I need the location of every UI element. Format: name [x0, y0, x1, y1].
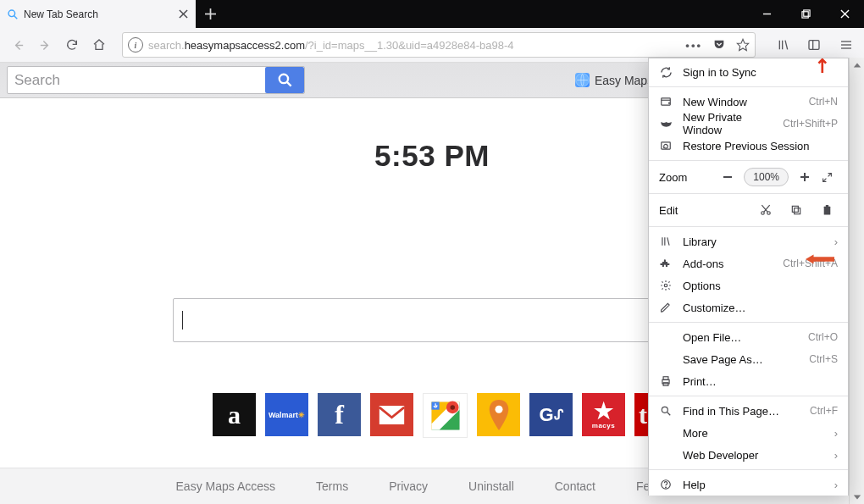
cut-button[interactable] — [755, 200, 777, 220]
svg-point-59 — [664, 284, 667, 287]
scroll-up-icon[interactable] — [850, 58, 864, 72]
shortcut-tiles: a Walmart✳ f Gᔑ ★macys t — [213, 393, 651, 438]
gear-icon — [659, 279, 673, 292]
footer-link[interactable]: Privacy — [389, 479, 428, 493]
library-icon[interactable] — [771, 32, 796, 58]
extension-search-input[interactable] — [8, 72, 265, 89]
menu-restore-session[interactable]: Restore Previous Session — [649, 135, 848, 157]
window-icon — [659, 95, 673, 108]
window-close-button[interactable] — [825, 0, 864, 28]
chevron-right-icon: › — [834, 479, 838, 491]
footer-link[interactable]: Terms — [316, 479, 348, 493]
footer-link[interactable]: Easy Maps Access — [176, 479, 276, 493]
tile-yellow-pages[interactable] — [477, 393, 520, 436]
footer-link[interactable]: Contact — [555, 479, 595, 493]
search-icon — [659, 404, 673, 418]
menu-sign-in-sync[interactable]: Sign in to Sync — [649, 61, 848, 83]
site-info-icon[interactable]: i — [128, 37, 143, 53]
tile-amazon[interactable]: a — [213, 393, 256, 436]
page-actions-icon[interactable]: ••• — [685, 39, 702, 52]
menu-more[interactable]: More › — [649, 422, 848, 444]
new-tab-button[interactable] — [196, 0, 224, 28]
zoom-value[interactable]: 100% — [744, 168, 789, 186]
mask-icon — [659, 117, 673, 130]
url-bar[interactable]: i search.heasymapsaccess2.com/?i_id=maps… — [122, 32, 756, 58]
pocket-icon[interactable] — [712, 38, 726, 52]
help-icon — [659, 478, 673, 491]
svg-point-22 — [279, 75, 287, 83]
menu-open-file[interactable]: Open File… Ctrl+O — [649, 326, 848, 348]
menu-library[interactable]: Library › — [649, 230, 848, 252]
chevron-right-icon: › — [834, 235, 838, 248]
copy-button[interactable] — [785, 200, 807, 220]
menu-new-window[interactable]: New Window Ctrl+N — [649, 91, 848, 113]
svg-point-63 — [662, 407, 667, 413]
window-restore-button[interactable] — [786, 0, 825, 28]
svg-line-1 — [14, 15, 18, 19]
svg-rect-55 — [825, 205, 828, 208]
library-icon — [659, 235, 673, 248]
close-tab-icon[interactable] — [177, 8, 189, 20]
fullscreen-button[interactable] — [816, 167, 838, 187]
bookmark-star-icon[interactable] — [736, 38, 750, 52]
tile-g5[interactable]: Gᔑ — [529, 393, 573, 436]
main-search-input[interactable] — [173, 298, 691, 342]
text-caret — [182, 311, 183, 330]
maps-icon — [575, 73, 590, 87]
menu-find[interactable]: Find in This Page… Ctrl+F — [649, 400, 848, 422]
browser-tab[interactable]: New Tab Search — [0, 0, 196, 28]
svg-rect-39 — [662, 98, 671, 105]
tile-walmart[interactable]: Walmart✳ — [265, 393, 308, 436]
svg-rect-29 — [379, 406, 404, 424]
footer-link[interactable]: Uninstall — [468, 479, 514, 493]
menu-customize[interactable]: Customize… — [649, 296, 848, 318]
url-text: search.heasymapsaccess2.com/?i_id=maps__… — [148, 39, 680, 52]
svg-rect-8 — [801, 12, 807, 18]
svg-line-23 — [286, 82, 291, 86]
tab-title: New Tab Search — [24, 8, 172, 20]
tile-macys[interactable]: ★macys — [582, 393, 625, 436]
svg-marker-38 — [853, 495, 860, 499]
reload-button[interactable] — [59, 32, 85, 58]
tile-gmail[interactable] — [370, 393, 413, 436]
menu-web-developer[interactable]: Web Developer › — [649, 444, 848, 466]
vertical-scrollbar[interactable] — [849, 58, 864, 504]
window-minimize-button[interactable] — [747, 0, 786, 28]
app-menu-panel: ↗ Sign in to Sync New Window Ctrl+N New … — [648, 58, 849, 496]
svg-point-36 — [495, 405, 502, 413]
svg-line-64 — [667, 413, 671, 416]
search-favicon-icon — [7, 8, 19, 20]
scroll-down-icon[interactable] — [850, 490, 864, 504]
svg-marker-37 — [853, 63, 860, 67]
zoom-out-button[interactable] — [717, 167, 739, 187]
print-icon — [659, 374, 673, 388]
svg-marker-13 — [737, 39, 748, 50]
paste-button[interactable] — [816, 200, 838, 220]
svg-point-0 — [8, 10, 15, 17]
menu-new-private-window[interactable]: New Private Window Ctrl+Shift+P — [649, 113, 848, 135]
chevron-right-icon: › — [834, 427, 838, 440]
back-button[interactable] — [5, 32, 30, 58]
hamburger-menu-button[interactable] — [834, 32, 859, 58]
sidebar-icon[interactable] — [801, 32, 827, 58]
extension-search-button[interactable] — [265, 67, 304, 93]
menu-zoom-row: Zoom 100% — [649, 164, 848, 190]
svg-line-58 — [667, 237, 669, 245]
zoom-in-button[interactable] — [794, 167, 816, 187]
tile-google-maps[interactable] — [423, 393, 468, 438]
menu-help[interactable]: Help › — [649, 474, 848, 496]
tile-facebook[interactable]: f — [318, 393, 361, 436]
titlebar: New Tab Search — [0, 0, 864, 28]
svg-line-47 — [822, 178, 826, 181]
chevron-right-icon: › — [834, 449, 838, 462]
home-button[interactable] — [86, 32, 112, 58]
forward-button[interactable] — [32, 32, 58, 58]
menu-options[interactable]: Options — [649, 274, 848, 296]
svg-rect-53 — [792, 206, 798, 212]
clock: 5:53 PM — [374, 139, 490, 173]
svg-rect-52 — [795, 208, 800, 214]
menu-save-page[interactable]: Save Page As… Ctrl+S — [649, 348, 848, 370]
menu-print[interactable]: Print… — [649, 370, 848, 392]
extension-search — [7, 66, 305, 94]
restore-icon — [659, 139, 673, 152]
